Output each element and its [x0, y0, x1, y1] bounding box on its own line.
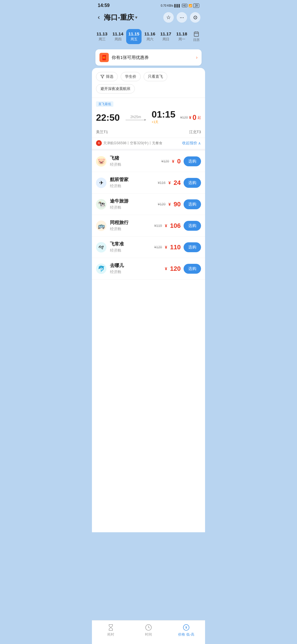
bottom-spacer: [92, 279, 205, 303]
status-bar: 14:59 0.70 KB/s ▌▌▌ HD 📶 28: [92, 0, 205, 10]
date-week-1: 周四: [111, 37, 124, 42]
flight-main-info: 22:50 2h25m 01:15 +1天 ¥120 ¥ 0 起: [92, 109, 205, 129]
student-price-button[interactable]: 学生价: [121, 72, 141, 81]
select-button-1[interactable]: 选购: [184, 178, 201, 188]
date-week-2: 周五: [127, 37, 140, 42]
more-icon: ···: [180, 15, 184, 21]
select-button-4[interactable]: 选购: [184, 242, 201, 252]
hd-icon: HD: [182, 4, 187, 7]
nav-price-label: 价格 低-高: [178, 632, 194, 637]
status-time: 14:59: [98, 3, 110, 8]
date-tab-0[interactable]: 11.13 周三: [94, 29, 110, 44]
nav-duration[interactable]: 耗时: [92, 623, 130, 638]
provider-price-prefix-2: ¥: [169, 202, 171, 207]
calendar-icon: [193, 31, 199, 37]
airline-details: 天津航GS6598丨空客320(中)丨无餐食: [103, 141, 162, 146]
battery-icon: 28: [193, 3, 199, 8]
provider-icon-5: 🐬: [96, 264, 106, 274]
collapse-prices-button[interactable]: 收起报价 ∧: [182, 140, 201, 146]
provider-name-4: 飞常准: [110, 241, 154, 247]
provider-price-2: 90: [174, 201, 181, 208]
date-tab-5[interactable]: 11.18 周一: [174, 29, 189, 44]
direct-only-button[interactable]: 只看直飞: [144, 72, 167, 81]
date-tab-2[interactable]: 11.15 周五: [126, 29, 142, 44]
provider-name-3: 同程旅行: [110, 220, 154, 226]
provider-price-area-3: ¥119 ¥ 106: [154, 222, 181, 230]
nav-time[interactable]: 时间: [130, 623, 167, 638]
arr-terminal: 江北T3: [189, 129, 201, 135]
date-tab-4[interactable]: 11.17 周日: [158, 29, 173, 44]
filter-bar: 筛选 学生价 只看直飞 避开深夜凌晨航班: [92, 68, 205, 98]
provider-price-prefix-1: ¥: [169, 181, 171, 185]
list-item: ✈ 航班管家 经济舱 ¥116 ¥ 24 选购: [92, 172, 205, 194]
route-text: 海口-重庆: [104, 13, 134, 22]
main-content: 筛选 学生价 只看直飞 避开深夜凌晨航班 直飞最低 22:50 2h25m 01…: [92, 68, 205, 532]
provider-price-0: 0: [177, 158, 181, 165]
provider-price-prefix-4: ¥: [165, 245, 167, 250]
provider-original-price-4: ¥120: [154, 245, 162, 249]
select-button-2[interactable]: 选购: [184, 199, 201, 209]
provider-details-0: 飞猪 经济舱: [110, 155, 161, 167]
date-tab-1[interactable]: 11.14 周四: [110, 29, 126, 44]
provider-price-area-5: ¥ 120: [165, 265, 181, 273]
provider-original-price-1: ¥116: [158, 181, 166, 185]
provider-details-4: 飞常准 经济舱: [110, 241, 154, 253]
flight-terminals: 美兰T1 江北T3: [92, 129, 205, 138]
date-tab-3[interactable]: 11.16 周六: [142, 29, 157, 44]
select-button-5[interactable]: 选购: [184, 264, 201, 274]
coupon-banner[interactable]: 🧧 你有1张可用优惠券 ›: [95, 49, 202, 66]
filter-button[interactable]: 筛选: [96, 72, 118, 81]
flight-info-bar: 航 天津航GS6598丨空客320(中)丨无餐食 收起报价 ∧: [92, 138, 205, 149]
provider-details-2: 途牛旅游 经济舱: [110, 198, 158, 210]
list-item: 🚌 同程旅行 经济舱 ¥119 ¥ 106 选购: [92, 215, 205, 237]
provider-price-3: 106: [170, 222, 181, 230]
departure-time: 22:50: [96, 112, 120, 123]
price-currency: ¥: [189, 115, 191, 120]
select-button-3[interactable]: 选购: [184, 221, 201, 231]
date-num-4: 11.17: [159, 31, 172, 36]
hourglass-icon: [107, 624, 114, 631]
flight-section: 直飞最低 22:50 2h25m 01:15 +1天 ¥120 ¥ 0 起: [92, 98, 205, 149]
clock-icon: [145, 624, 152, 631]
route-dropdown-icon[interactable]: ▾: [135, 15, 137, 20]
student-price-label: 学生价: [125, 74, 136, 79]
dep-terminal: 美兰T1: [96, 129, 108, 135]
camera-icon: ⊙: [193, 14, 198, 21]
no-midnight-button[interactable]: 避开深夜凌晨航班: [96, 84, 135, 93]
direct-badge: 直飞最低: [96, 101, 113, 107]
status-icons: 0.70 KB/s ▌▌▌ HD 📶 28: [161, 3, 199, 8]
duration-text: 2h25m: [130, 115, 141, 119]
direct-only-label: 只看直飞: [148, 74, 163, 79]
provider-price-prefix-5: ¥: [165, 266, 167, 271]
provider-icon-2: 🐄: [96, 199, 106, 210]
provider-price-4: 110: [170, 243, 181, 251]
collapse-label: 收起报价: [182, 140, 197, 146]
date-week-4: 周日: [159, 37, 172, 42]
calendar-button[interactable]: 日历: [190, 31, 203, 42]
date-num-2: 11.15: [127, 31, 140, 36]
provider-price-area-4: ¥120 ¥ 110: [154, 243, 181, 251]
date-week-5: 周一: [175, 37, 188, 42]
provider-icon-1: ✈: [96, 178, 106, 188]
list-item: 🛩 飞常准 经济舱 ¥120 ¥ 110 选购: [92, 237, 205, 258]
provider-original-price-2: ¥120: [158, 202, 166, 206]
price-suffix: 起: [198, 115, 201, 120]
list-item: 🐬 去哪儿 经济舱 ¥ 120 选购: [92, 258, 205, 279]
camera-button[interactable]: ⊙: [190, 12, 200, 23]
header-actions: ☆ ··· ⊙: [163, 12, 200, 23]
select-button-0[interactable]: 选购: [184, 156, 201, 166]
provider-price-5: 120: [170, 265, 181, 273]
favorite-button[interactable]: ☆: [163, 12, 174, 23]
provider-price-1: 24: [174, 179, 181, 187]
nav-price[interactable]: ¥ 价格 低-高: [167, 623, 205, 638]
provider-name-2: 途牛旅游: [110, 198, 158, 204]
provider-name-0: 飞猪: [110, 155, 161, 161]
back-button[interactable]: ‹: [97, 12, 101, 22]
provider-cabin-4: 经济舱: [110, 248, 154, 253]
provider-name-5: 去哪儿: [110, 263, 165, 269]
flight-duration: 2h25m: [126, 115, 146, 120]
more-button[interactable]: ···: [177, 12, 187, 23]
no-midnight-label: 避开深夜凌晨航班: [100, 86, 131, 91]
provider-icon-3: 🚌: [96, 221, 106, 231]
provider-price-area-1: ¥116 ¥ 24: [158, 179, 181, 187]
